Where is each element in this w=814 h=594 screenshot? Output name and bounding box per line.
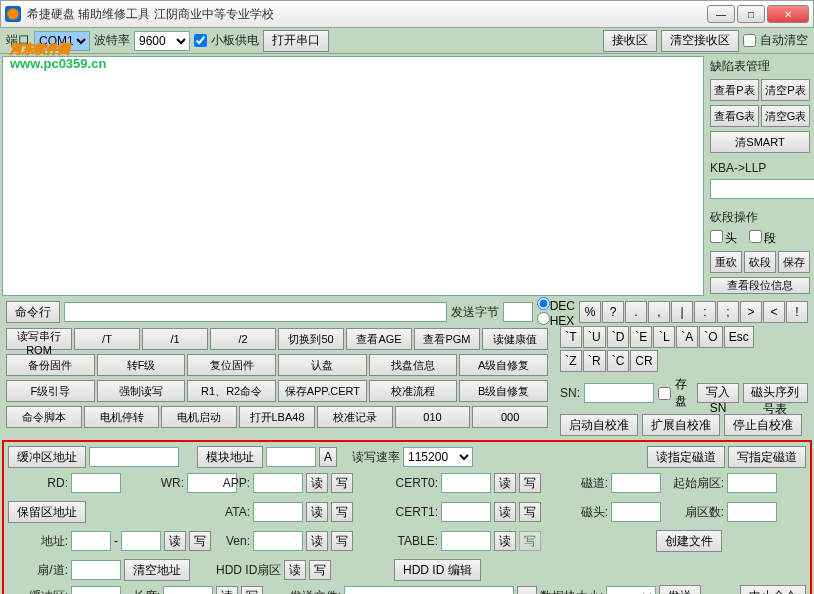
cert1-read[interactable]: 读: [494, 502, 516, 522]
grid-打开LBA48[interactable]: 打开LBA48: [239, 406, 315, 428]
cert0-read[interactable]: 读: [494, 473, 516, 493]
grid-转F级[interactable]: 转F级: [97, 354, 186, 376]
seg-info-button[interactable]: 查看段位信息: [710, 277, 810, 294]
clear-recv-button[interactable]: 清空接收区: [661, 30, 739, 52]
key-:[interactable]: :: [694, 301, 716, 323]
auto-clear-checkbox[interactable]: [743, 34, 756, 47]
key-;[interactable]: ;: [717, 301, 739, 323]
clear-addr-button[interactable]: 清空地址: [124, 559, 190, 581]
key->[interactable]: >: [740, 301, 762, 323]
buf-read[interactable]: 读: [216, 586, 238, 594]
rd-input[interactable]: [71, 473, 121, 493]
open-port-button[interactable]: 打开串口: [263, 30, 329, 52]
grid-保存APP.CERT[interactable]: 保存APP.CERT: [278, 380, 367, 402]
head-input[interactable]: [611, 502, 661, 522]
key-`U[interactable]: `U: [583, 326, 606, 348]
mod-addr-input[interactable]: [266, 447, 316, 467]
grid-查看AGE[interactable]: 查看AGE: [346, 328, 412, 350]
grid-认盘[interactable]: 认盘: [278, 354, 367, 376]
grid-B级自修复[interactable]: B级自修复: [459, 380, 548, 402]
cert0-input[interactable]: [441, 473, 491, 493]
key-|[interactable]: |: [671, 301, 693, 323]
save-button[interactable]: 保存: [778, 251, 810, 273]
grid-强制读写[interactable]: 强制读写: [97, 380, 186, 402]
key-`A[interactable]: `A: [676, 326, 698, 348]
hdd-read[interactable]: 读: [284, 560, 306, 580]
key-?[interactable]: ?: [602, 301, 624, 323]
buf-addr-button[interactable]: 缓冲区地址: [8, 446, 86, 468]
track-input[interactable]: [611, 473, 661, 493]
grid-电机启动[interactable]: 电机启动: [161, 406, 237, 428]
recv-button[interactable]: 接收区: [603, 30, 657, 52]
addr-read-button[interactable]: 读: [164, 531, 186, 551]
grid-电机停转[interactable]: 电机停转: [84, 406, 160, 428]
ata-read[interactable]: 读: [306, 502, 328, 522]
send-file-input[interactable]: [344, 586, 514, 594]
grid-010[interactable]: 010: [395, 406, 471, 428]
create-file-button[interactable]: 创建文件: [656, 530, 722, 552]
key-`R[interactable]: `R: [583, 350, 606, 372]
table-read[interactable]: 读: [494, 531, 516, 551]
head-checkbox[interactable]: [710, 230, 723, 243]
hex-radio[interactable]: [537, 312, 550, 325]
addr1-input[interactable]: [71, 531, 111, 551]
mod-addr-button[interactable]: 模块地址: [197, 446, 263, 468]
grid-复位固件[interactable]: 复位固件: [187, 354, 276, 376]
key-CR[interactable]: CR: [630, 350, 657, 372]
grid-/2[interactable]: /2: [210, 328, 276, 350]
maximize-button[interactable]: □: [737, 5, 765, 23]
sn-input[interactable]: [584, 383, 654, 403]
key-<[interactable]: <: [763, 301, 785, 323]
log-area[interactable]: [2, 56, 704, 296]
key-Esc[interactable]: Esc: [724, 326, 754, 348]
close-button[interactable]: ✕: [767, 5, 809, 23]
view-p-button[interactable]: 查看P表: [710, 79, 759, 101]
grid-找盘信息[interactable]: 找盘信息: [369, 354, 458, 376]
ven-read[interactable]: 读: [306, 531, 328, 551]
addr-write-button[interactable]: 写: [189, 531, 211, 551]
a-button[interactable]: A: [319, 447, 337, 467]
fan-input[interactable]: [71, 560, 121, 580]
start-calib-button[interactable]: 启动自校准: [560, 414, 638, 436]
key-`L[interactable]: `L: [653, 326, 675, 348]
grid-校准记录[interactable]: 校准记录: [317, 406, 393, 428]
grid-查看PGM[interactable]: 查看PGM: [414, 328, 480, 350]
grid-/1[interactable]: /1: [142, 328, 208, 350]
app-read[interactable]: 读: [306, 473, 328, 493]
key-`T[interactable]: `T: [560, 326, 582, 348]
key-`E[interactable]: `E: [630, 326, 652, 348]
buf-input[interactable]: [71, 586, 121, 594]
read-track-button[interactable]: 读指定磁道: [647, 446, 725, 468]
key-`O[interactable]: `O: [699, 326, 722, 348]
cmdline-button[interactable]: 命令行: [6, 301, 60, 323]
cut-button[interactable]: 砍段: [744, 251, 776, 273]
ven-write[interactable]: 写: [331, 531, 353, 551]
start-sector-input[interactable]: [727, 473, 777, 493]
cert1-write[interactable]: 写: [519, 502, 541, 522]
key-`D[interactable]: `D: [607, 326, 630, 348]
clear-smart-button[interactable]: 清SMART: [710, 131, 810, 153]
hdd-edit-button[interactable]: HDD ID 编辑: [394, 559, 481, 581]
browse-button[interactable]: ...: [517, 586, 537, 594]
buf-write[interactable]: 写: [241, 586, 263, 594]
grid-读写串行ROM[interactable]: 读写串行ROM: [6, 328, 72, 350]
block-size-select[interactable]: [606, 586, 656, 594]
grid-切换到50[interactable]: 切换到50: [278, 328, 344, 350]
grid-R1、R2命令[interactable]: R1、R2命令: [187, 380, 276, 402]
redo-button[interactable]: 重砍: [710, 251, 742, 273]
view-g-button[interactable]: 查看G表: [710, 105, 759, 127]
grid-F级引导[interactable]: F级引导: [6, 380, 95, 402]
grid-命令脚本[interactable]: 命令脚本: [6, 406, 82, 428]
key-`Z[interactable]: `Z: [560, 350, 582, 372]
key-,[interactable]: ,: [648, 301, 670, 323]
head-serial-button[interactable]: 磁头序列号表: [743, 383, 808, 403]
ata-input[interactable]: [253, 502, 303, 522]
grid-/T[interactable]: /T: [74, 328, 140, 350]
ext-calib-button[interactable]: 扩展自校准: [642, 414, 720, 436]
grid-校准流程[interactable]: 校准流程: [369, 380, 458, 402]
baud-select[interactable]: 9600: [134, 31, 190, 51]
cmdline-input[interactable]: [64, 302, 447, 322]
write-track-button[interactable]: 写指定磁道: [728, 446, 806, 468]
port-select[interactable]: COM1: [34, 31, 90, 51]
app-input[interactable]: [253, 473, 303, 493]
